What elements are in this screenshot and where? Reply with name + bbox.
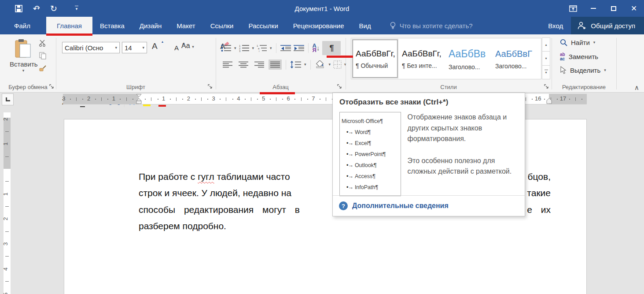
shading-button[interactable] bbox=[315, 60, 326, 69]
vertical-ruler[interactable]: 2112345 bbox=[4, 112, 11, 294]
help-icon: ? bbox=[339, 201, 348, 210]
paste-button[interactable]: Вставить ▾ bbox=[10, 39, 37, 73]
share-button[interactable]: Общий доступ bbox=[571, 17, 644, 34]
chevron-down-icon: ▾ bbox=[304, 63, 306, 67]
select-button[interactable]: Выделить ▾ bbox=[560, 66, 606, 74]
ruler-tick bbox=[182, 99, 183, 100]
scissors-icon bbox=[39, 40, 47, 47]
ruler-tick bbox=[557, 99, 558, 100]
font-size-combo[interactable]: 14 ▾ bbox=[122, 42, 147, 53]
align-center-icon bbox=[239, 61, 248, 68]
right-indent-marker[interactable] bbox=[546, 98, 552, 104]
styles-scroll-down-button[interactable]: ▾ bbox=[542, 51, 550, 65]
learn-more-link[interactable]: Дополнительные сведения bbox=[352, 202, 449, 210]
decrease-indent-button[interactable] bbox=[280, 45, 291, 52]
ruler-tick bbox=[569, 99, 570, 100]
tell-me-box[interactable]: Что вы хотите сделать? bbox=[390, 17, 473, 34]
tab-review[interactable]: Рецензирование bbox=[286, 17, 352, 34]
redo-icon: ↻ bbox=[50, 4, 57, 13]
caret-down-icon: ▾ bbox=[545, 71, 547, 74]
format-painter-button[interactable] bbox=[39, 65, 47, 72]
ruler-tick bbox=[132, 99, 133, 100]
ruler-tick bbox=[276, 97, 276, 101]
ruler-tick bbox=[245, 99, 246, 100]
ruler-tick bbox=[95, 99, 96, 100]
style-card-normal[interactable]: АаБбВвГг, ¶ Обычный bbox=[353, 40, 397, 78]
undo-button[interactable]: ↶ ▾ bbox=[27, 2, 45, 15]
font-dialog-launcher[interactable] bbox=[208, 84, 213, 89]
tab-mailings[interactable]: Рассылки bbox=[241, 17, 285, 34]
find-button[interactable]: Найти ▾ bbox=[560, 39, 595, 46]
bullets-button[interactable] bbox=[221, 44, 232, 52]
redo-button[interactable]: ↻ bbox=[45, 2, 63, 15]
tab-design[interactable]: Дизайн bbox=[132, 17, 169, 34]
ruler-number: 6 bbox=[287, 95, 290, 102]
numbering-button[interactable]: 1 2 3 bbox=[239, 44, 250, 52]
change-case-button[interactable]: Аа ▾ bbox=[181, 42, 194, 50]
styles-scroll-up-button[interactable]: ▴ bbox=[542, 37, 550, 52]
ribbon-display-options-button[interactable] bbox=[563, 0, 583, 17]
ruler-tick bbox=[5, 231, 9, 232]
tab-insert[interactable]: Вставка bbox=[92, 17, 132, 34]
tab-references[interactable]: Ссылки bbox=[203, 17, 241, 34]
font-name-combo[interactable]: Calibri (Осно ▾ bbox=[62, 42, 120, 53]
styles-more-button[interactable]: ▾ bbox=[542, 65, 550, 79]
save-button[interactable] bbox=[10, 2, 27, 15]
tab-layout[interactable]: Макет bbox=[169, 17, 202, 34]
tab-home[interactable]: Главная bbox=[46, 17, 92, 34]
misspelled-word: гугл bbox=[198, 171, 214, 182]
tab-file[interactable]: Файл bbox=[6, 17, 38, 34]
ruler-tick bbox=[251, 97, 251, 101]
dialog-launcher-icon bbox=[49, 84, 54, 89]
style-card-no-spacing[interactable]: АаБбВвГг, ¶ Без инте... bbox=[399, 40, 444, 78]
tooltip-description: Отображение знаков абзаца и других скрыт… bbox=[408, 112, 518, 196]
multilevel-list-button[interactable]: 1 a i bbox=[257, 44, 267, 52]
ruler-tick bbox=[326, 97, 326, 101]
justify-button[interactable] bbox=[269, 60, 282, 70]
style-card-heading2[interactable]: АаБбВвГ Заголово... bbox=[493, 40, 537, 78]
copy-button[interactable] bbox=[39, 52, 46, 60]
doc-line-2-left: строк и ячеек. У людей, недавно на bbox=[139, 188, 291, 202]
sort-button[interactable]: АЯ ↓ bbox=[313, 44, 320, 53]
tab-mark-icon: •→ bbox=[346, 162, 353, 168]
dialog-launcher-icon bbox=[337, 84, 342, 89]
customize-qat-bar bbox=[75, 6, 78, 6]
collapse-ribbon-button[interactable]: ∧ bbox=[634, 84, 639, 92]
shrink-font-button[interactable]: А▾ bbox=[174, 44, 180, 52]
minimize-button[interactable] bbox=[583, 0, 604, 17]
grow-font-button[interactable]: А▴ bbox=[152, 41, 160, 51]
tab-view[interactable]: Вид bbox=[352, 17, 379, 34]
replace-button[interactable]: ab ac Заменить bbox=[560, 52, 598, 61]
borders-button[interactable] bbox=[333, 60, 342, 69]
line-spacing-button[interactable] bbox=[290, 61, 302, 68]
ruler-tick bbox=[207, 99, 208, 100]
paragraph-dialog-launcher[interactable] bbox=[337, 84, 342, 89]
window-title: Документ1 - Word bbox=[0, 0, 644, 17]
align-right-button[interactable] bbox=[253, 60, 266, 70]
clipboard-dialog-launcher[interactable] bbox=[49, 84, 55, 89]
paint-bucket-icon bbox=[315, 60, 326, 69]
clipboard-mini-buttons bbox=[39, 40, 47, 72]
sign-in-button[interactable]: Вход bbox=[540, 17, 571, 34]
tab-mark-icon: •→ bbox=[346, 140, 353, 146]
cut-button[interactable] bbox=[39, 40, 47, 47]
ruler-number: 3 bbox=[212, 95, 215, 102]
annotation-underline-pilcrow bbox=[327, 56, 353, 58]
style-card-heading1[interactable]: АаБбВв Заголово... bbox=[446, 40, 491, 78]
ruler-tick bbox=[176, 97, 177, 101]
ruler-tick bbox=[226, 97, 226, 101]
indent-markers[interactable] bbox=[136, 94, 142, 104]
align-center-button[interactable] bbox=[237, 60, 250, 70]
tab-stop-selector[interactable] bbox=[2, 93, 14, 105]
show-hide-marks-button[interactable]: ¶ bbox=[322, 41, 341, 55]
increase-indent-button[interactable] bbox=[294, 45, 304, 52]
customize-qat-button[interactable]: ▾ bbox=[75, 6, 78, 11]
styles-dialog-launcher[interactable] bbox=[544, 84, 549, 89]
doc-line-4[interactable]: разберем подробно. bbox=[139, 221, 551, 235]
close-button[interactable]: ✕ bbox=[624, 0, 644, 17]
maximize-button[interactable] bbox=[604, 0, 624, 17]
ribbon-display-options-icon bbox=[569, 5, 577, 12]
decrease-indent-icon bbox=[280, 45, 291, 52]
align-left-button[interactable] bbox=[221, 60, 234, 70]
tooltip-body: Microsoft·Office¶ •→Word¶ •→Excel¶ •→Pow… bbox=[339, 112, 518, 196]
